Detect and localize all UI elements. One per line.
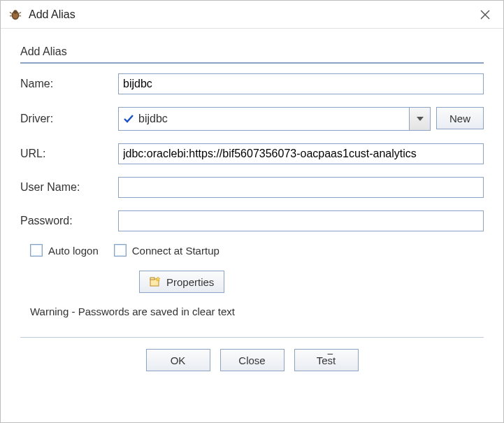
svg-marker-12 [156, 277, 160, 281]
test-button[interactable]: Test [294, 349, 359, 371]
close-dialog-button[interactable]: Close [220, 349, 285, 371]
driver-combobox[interactable]: bijdbc [118, 107, 431, 131]
url-input[interactable] [118, 143, 484, 164]
name-input[interactable] [118, 73, 484, 94]
window-title: Add Alias [29, 8, 475, 21]
checkbox-row: Auto logon Connect at Startup [30, 244, 484, 257]
password-input[interactable] [118, 210, 484, 231]
check-icon [119, 113, 138, 124]
row-password: Password: [20, 210, 484, 231]
row-driver: Driver: bijdbc New [20, 107, 484, 131]
properties-button-label: Properties [166, 276, 214, 288]
svg-rect-11 [150, 278, 154, 280]
new-driver-button[interactable]: New [436, 107, 484, 129]
chevron-down-icon [416, 115, 424, 123]
row-name: Name: [20, 73, 484, 94]
divider-bottom [20, 337, 484, 338]
auto-logon-checkbox[interactable]: Auto logon [30, 244, 99, 257]
svg-line-4 [19, 12, 21, 13]
warning-text: Warning - Passwords are saved in clear t… [30, 306, 484, 317]
dialog-window: Add Alias Add Alias Name: Driver: [0, 0, 504, 423]
username-input[interactable] [118, 177, 484, 198]
group-title: Add Alias [20, 45, 484, 58]
app-icon [9, 8, 22, 21]
svg-marker-9 [417, 117, 424, 121]
titlebar: Add Alias [1, 1, 503, 29]
url-label: URL: [20, 148, 118, 160]
username-label: User Name: [20, 181, 118, 194]
driver-label: Driver: [20, 113, 118, 125]
divider [20, 62, 484, 64]
auto-logon-label: Auto logon [48, 245, 99, 257]
checkbox-box [30, 244, 43, 257]
svg-line-3 [10, 12, 12, 13]
name-label: Name: [20, 78, 118, 90]
test-button-label: Test [317, 354, 336, 366]
svg-point-2 [13, 10, 17, 13]
dropdown-button[interactable] [409, 108, 430, 130]
properties-row: Properties [139, 271, 484, 293]
connect-startup-checkbox[interactable]: Connect at Startup [114, 244, 219, 257]
checkbox-box [114, 244, 127, 257]
properties-icon [150, 275, 161, 289]
dialog-content: Add Alias Name: Driver: bijdbc [1, 29, 503, 422]
ok-button[interactable]: OK [146, 349, 210, 371]
row-url: URL: [20, 143, 484, 164]
row-username: User Name: [20, 177, 484, 198]
close-button[interactable] [475, 5, 495, 24]
dialog-button-row: OK Close Test [20, 349, 484, 371]
password-label: Password: [20, 215, 118, 227]
driver-selected: bijdbc [138, 113, 409, 125]
properties-button[interactable]: Properties [139, 271, 224, 293]
close-icon [480, 10, 490, 20]
connect-startup-label: Connect at Startup [132, 245, 219, 257]
